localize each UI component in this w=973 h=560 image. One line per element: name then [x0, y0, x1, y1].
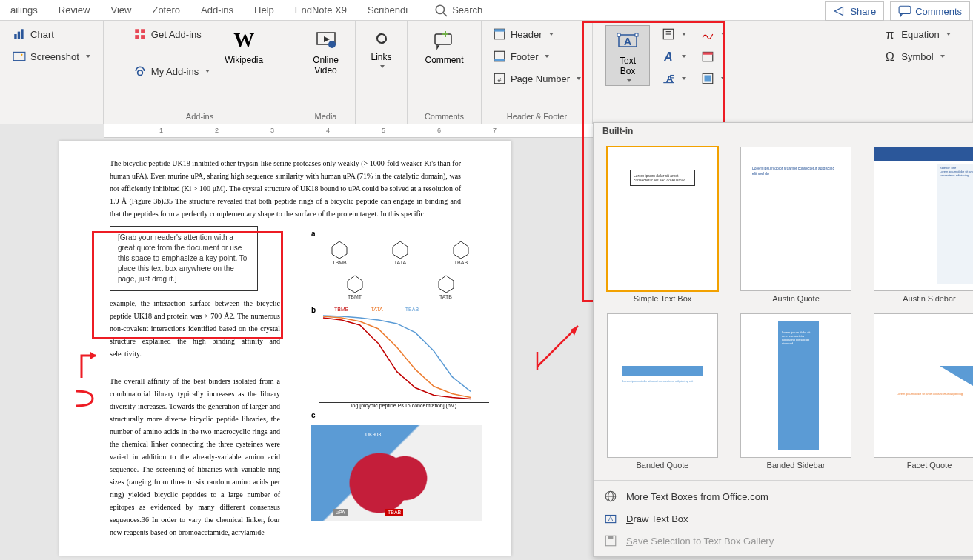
links-button[interactable]: Links [359, 25, 404, 71]
signature-button[interactable] [698, 25, 728, 43]
search-label: Search [452, 4, 482, 16]
quick-parts-button[interactable] [659, 25, 689, 43]
svg-rect-20 [494, 29, 505, 31]
svg-point-12 [137, 70, 142, 76]
svg-point-0 [436, 5, 444, 13]
ribbon: Chart Screenshot Get Add-ins My Add-ins [0, 21, 973, 124]
paragraph-2[interactable]: example, the interaction surface between… [110, 297, 280, 360]
gallery-section-header: Built-in [594, 123, 973, 139]
svg-rect-22 [494, 59, 505, 61]
equation-icon: π [883, 27, 897, 41]
gallery-item-simple-text-box[interactable]: Lorem ipsum dolor sit amet consectetur e… [607, 147, 718, 303]
my-addins-button[interactable]: My Add-ins [130, 62, 213, 80]
globe-icon [604, 490, 617, 503]
ribbon-tabs: ailings Review View Zotero Add-ins Help … [0, 0, 973, 21]
svg-marker-51 [940, 366, 973, 388]
share-button[interactable]: Share [825, 1, 884, 21]
paragraph-1[interactable]: The bicyclic peptide UK18 inhibited othe… [110, 157, 461, 220]
tab-view[interactable]: View [100, 1, 142, 19]
link-icon [371, 28, 392, 49]
object-button[interactable] [698, 70, 728, 87]
tab-zotero[interactable]: Zotero [142, 1, 190, 19]
chart-xlabel: log [bicyclic peptide PK15 concentration… [319, 403, 489, 408]
more-text-boxes-menu[interactable]: More Text Boxes from Office.com [594, 485, 973, 507]
svg-marker-44 [393, 241, 408, 259]
tab-endnote[interactable]: EndNote X9 [285, 1, 357, 19]
comment-button[interactable]: Comment [419, 25, 469, 68]
chart-icon [13, 27, 26, 41]
footer-button[interactable]: Footer [490, 47, 553, 65]
get-addins-button[interactable]: Get Add-ins [130, 25, 205, 43]
inserted-text-box[interactable]: [Grab your reader's attention with a gre… [110, 226, 258, 291]
footer-icon [493, 50, 506, 63]
draw-text-box-menu[interactable]: A Draw Text Box [594, 507, 973, 530]
svg-text:A: A [624, 36, 631, 47]
svg-marker-46 [348, 276, 362, 293]
online-video-button[interactable]: Online Video [304, 25, 348, 79]
chem-structure: TBMT [333, 272, 377, 301]
gallery-item-banded-sidebar[interactable]: Lorem ipsum dolor sit amet consectetur a… [740, 313, 851, 470]
protein-structure: UK903 uPA TBAB [311, 425, 482, 521]
text-box-icon: A [616, 29, 640, 53]
chart-button[interactable]: Chart [10, 25, 57, 43]
svg-rect-11 [141, 35, 145, 39]
svg-line-1 [444, 13, 448, 16]
tab-mailings[interactable]: ailings [0, 1, 48, 19]
page-number-button[interactable]: # Page Number [490, 70, 584, 87]
svg-text:#: # [497, 76, 501, 84]
drop-cap-icon: A [662, 72, 675, 85]
wikipedia-icon: W [233, 28, 254, 52]
wordart-button[interactable]: A [659, 47, 689, 65]
svg-rect-5 [21, 29, 23, 39]
new-comment-icon [432, 28, 456, 52]
text-box-gallery: Built-in Lorem ipsum dolor sit amet cons… [593, 122, 973, 557]
comments-button[interactable]: Comments [890, 1, 970, 21]
tab-addins[interactable]: Add-ins [190, 1, 244, 19]
signature-icon [701, 27, 714, 41]
gallery-item-austin-sidebar[interactable]: Sidebar TitleLorem ipsum dolor sit amet … [874, 147, 973, 303]
svg-marker-45 [454, 241, 468, 259]
object-icon [701, 72, 714, 85]
gallery-item-facet-quote[interactable]: Lorem ipsum dolor sit amet consectetur a… [874, 313, 973, 470]
symbol-icon: Ω [883, 50, 897, 63]
svg-text:A: A [663, 50, 672, 63]
svg-point-7 [21, 54, 22, 56]
search-box[interactable]: Search [424, 1, 493, 20]
wikipedia-button[interactable]: W Wikipedia [219, 25, 269, 68]
document-page[interactable]: The bicyclic peptide UK18 inhibited othe… [59, 141, 511, 556]
tab-help[interactable]: Help [244, 1, 285, 19]
gallery-item-banded-quote[interactable]: Lorem ipsum dolor sit amet consectetur a… [607, 313, 718, 470]
chem-structure: TATB [424, 272, 468, 301]
svg-marker-14 [324, 36, 330, 42]
equation-button[interactable]: π Equation [880, 25, 953, 43]
video-icon [314, 28, 338, 52]
wordart-icon: A [662, 50, 675, 63]
tab-scribendi[interactable]: Scribendi [357, 1, 418, 19]
addins-group-label: Add-ins [186, 112, 213, 122]
tab-review[interactable]: Review [48, 1, 101, 19]
header-icon [493, 27, 506, 41]
paragraph-3[interactable]: The overall affinity of the best binders… [110, 375, 280, 539]
drop-cap-button[interactable]: A [659, 70, 689, 87]
svg-marker-43 [332, 241, 347, 259]
svg-rect-8 [135, 29, 139, 33]
screenshot-button[interactable]: Screenshot [10, 47, 93, 65]
figure-panel: a TBMB TATA TBAB TBMT TATB b TBMB TATA [311, 230, 489, 521]
chem-structure: TATA [378, 238, 422, 267]
symbol-button[interactable]: Ω Symbol [880, 47, 947, 65]
svg-point-15 [328, 41, 336, 48]
share-icon [833, 4, 846, 18]
svg-rect-40 [705, 76, 711, 82]
save-selection-menu[interactable]: Save Selection to Text Box Gallery [594, 530, 973, 552]
gallery-item-austin-quote[interactable]: Lorem ipsum dolor sit amet consectetur a… [740, 147, 851, 303]
save-gallery-icon [604, 534, 617, 547]
svg-text:π: π [886, 28, 894, 41]
text-box-button[interactable]: A Text Box [605, 25, 650, 86]
comments-group-label: Comments [425, 112, 464, 122]
svg-rect-2 [899, 6, 911, 13]
header-button[interactable]: Header [490, 25, 557, 43]
date-icon [701, 50, 714, 63]
date-time-button[interactable] [698, 47, 717, 65]
svg-rect-10 [135, 35, 139, 39]
svg-rect-6 [13, 52, 25, 60]
